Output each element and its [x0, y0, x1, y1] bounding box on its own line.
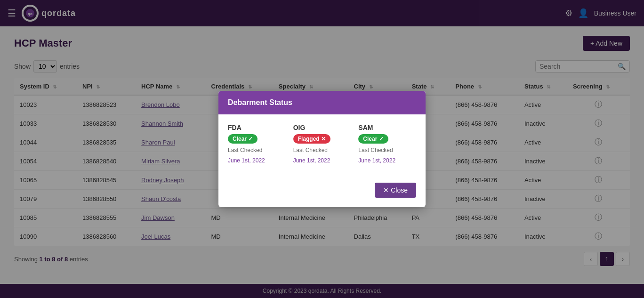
debarment-grid: FDA Clear ✓ Last Checked June 1st, 2022 …: [228, 124, 416, 164]
modal-title: Debarment Status: [228, 98, 292, 106]
sam-last-checked-label: Last Checked: [358, 146, 416, 154]
sam-badge: Clear ✓: [358, 134, 388, 144]
sam-label: SAM: [358, 124, 416, 131]
modal-overlay[interactable]: Debarment Status FDA Clear ✓ Last Checke…: [0, 0, 644, 298]
oig-label: OIG: [293, 124, 351, 131]
sam-item: SAM Clear ✓ Last Checked June 1st, 2022: [358, 124, 416, 164]
close-button[interactable]: ✕ Close: [375, 183, 416, 198]
modal-body: FDA Clear ✓ Last Checked June 1st, 2022 …: [218, 114, 426, 183]
fda-label: FDA: [228, 124, 286, 131]
debarment-modal: Debarment Status FDA Clear ✓ Last Checke…: [218, 91, 426, 207]
oig-last-checked-label: Last Checked: [293, 146, 351, 154]
modal-footer: ✕ Close: [218, 183, 426, 207]
fda-last-checked-label: Last Checked: [228, 146, 286, 154]
oig-item: OIG Flagged ✕ Last Checked June 1st, 202…: [293, 124, 351, 164]
fda-item: FDA Clear ✓ Last Checked June 1st, 2022: [228, 124, 286, 164]
sam-last-checked-date: June 1st, 2022: [358, 157, 416, 164]
fda-badge: Clear ✓: [228, 134, 258, 144]
fda-last-checked-date: June 1st, 2022: [228, 157, 286, 164]
oig-last-checked-date: June 1st, 2022: [293, 157, 351, 164]
page-content: HCP Master + Add New Show 10 25 50 entri…: [0, 26, 644, 284]
modal-header: Debarment Status: [218, 91, 426, 114]
oig-badge: Flagged ✕: [293, 134, 330, 144]
